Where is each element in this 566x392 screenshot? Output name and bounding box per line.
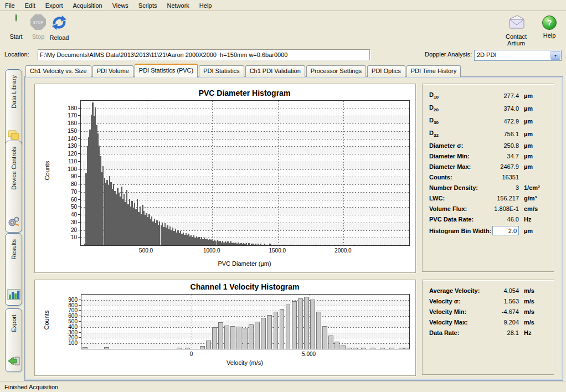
stat-row-d32: D32756.1µm xyxy=(429,127,548,140)
y-tick-label: 180 xyxy=(58,105,77,111)
gridline xyxy=(81,123,409,124)
menu-item-edit[interactable]: Edit xyxy=(20,1,40,10)
gridline xyxy=(81,169,409,170)
export-arrow-icon xyxy=(7,355,20,367)
x-tick-label: 1000.0 xyxy=(203,247,220,254)
stat-value: -4.674 xyxy=(485,308,519,315)
stat-row-average-velocity: Average Velocity:4.054m/s xyxy=(429,285,548,296)
stat-row-volume-flux: Volume Flux:1.808E-1cm/s xyxy=(429,203,548,214)
contact-artium-button[interactable]: Contact Artium xyxy=(496,14,536,47)
stat-value: 250.8 xyxy=(485,142,519,149)
y-tick-label: 10 xyxy=(58,234,77,240)
folders-icon xyxy=(7,130,20,142)
tab-pdi-volume[interactable]: PDI Volume xyxy=(92,65,133,77)
stat-label: Average Velocity: xyxy=(429,287,485,294)
menu-item-network[interactable]: Network xyxy=(162,1,194,10)
gridline xyxy=(81,311,409,311)
sidebar-item-data-library[interactable]: Data Library xyxy=(5,69,22,147)
gridline xyxy=(81,192,409,193)
tab-pdi-statistics-pvc[interactable]: PDI Statistics (PVC) xyxy=(135,64,198,78)
stat-label: PVC Data Rate: xyxy=(429,216,485,223)
stat-label: Diameter Min: xyxy=(429,153,485,159)
chevron-down-icon[interactable]: ▼ xyxy=(550,51,560,60)
menu-item-help[interactable]: Help xyxy=(194,1,217,10)
stat-value: 756.1 xyxy=(485,131,519,137)
menu-item-scripts[interactable]: Scripts xyxy=(133,1,162,10)
pvc-chart-title: PVC Diameter Histogram xyxy=(80,89,409,97)
location-input[interactable] xyxy=(38,49,370,60)
help-button[interactable]: ? Help xyxy=(538,14,560,39)
gridline xyxy=(81,162,409,162)
velocity-stats-panel: Average Velocity:4.054m/sVelocity σ:1.56… xyxy=(422,280,554,375)
stat-label: Diameter σ: xyxy=(429,142,485,149)
pvc-histogram-plot xyxy=(80,100,410,246)
y-tick-label: 800 xyxy=(59,302,78,308)
location-row: Location: Doppler Analysis: 2D PDI ▼ xyxy=(0,49,566,62)
help-icon: ? xyxy=(542,16,557,30)
stat-unit: µm xyxy=(519,153,548,159)
stat-label: Volume Flux: xyxy=(429,205,485,212)
tab-processor-settings[interactable]: Processor Settings xyxy=(306,65,366,77)
stat-label: Number Density: xyxy=(429,184,485,191)
sidebar-item-label: Export xyxy=(11,314,17,332)
gridline xyxy=(81,109,409,109)
pvc-histogram-panel: PVC Diameter Histogram Counts PVC Diamet… xyxy=(34,84,416,273)
doppler-analysis-select[interactable]: 2D PDI ▼ xyxy=(474,50,562,61)
y-tick-label: 80 xyxy=(58,181,77,187)
stat-unit: g/m³ xyxy=(519,195,548,202)
gridline xyxy=(278,101,279,245)
tab-strip: Ch1 Velocity vs. SizePDI VolumePDI Stati… xyxy=(25,65,462,77)
stat-value: 156.217 xyxy=(485,195,519,202)
tab-pdi-optics[interactable]: PDI Optics xyxy=(367,65,405,77)
x-tick-label: 2000.0 xyxy=(335,247,352,254)
x-tick-label: 0 xyxy=(190,351,193,357)
tab-ch1-pdi-validation[interactable]: Ch1 PDI Validation xyxy=(245,65,305,77)
stat-unit: µm xyxy=(519,142,548,149)
gridline xyxy=(81,154,409,154)
stat-row-d30: D30472.9µm xyxy=(429,115,548,127)
help-label: Help xyxy=(538,32,560,39)
gridline xyxy=(81,177,409,177)
stat-unit: Hz xyxy=(519,329,548,336)
histogram-bin-width-label: Histogram Bin Width: xyxy=(429,228,492,234)
stat-label: Data Rate: xyxy=(429,329,485,336)
y-tick-label: 60 xyxy=(58,197,77,203)
reload-button[interactable]: Reload xyxy=(47,14,72,41)
tab-pdi-statistics[interactable]: PDI Statistics xyxy=(199,65,244,77)
gridline xyxy=(81,316,409,317)
envelope-icon xyxy=(508,14,524,31)
stat-unit: 1/cm³ xyxy=(519,184,548,191)
menu-item-views[interactable]: Views xyxy=(107,1,133,10)
app-window: FileEditExportAcquisitionViewsScriptsNet… xyxy=(0,0,566,392)
menu-item-file[interactable]: File xyxy=(0,1,20,10)
histogram-bin-width-input[interactable] xyxy=(492,226,519,235)
gridline xyxy=(192,295,192,349)
sidebar-item-results[interactable]: Results xyxy=(5,233,22,306)
stat-row-velocity-min: Velocity Min:-4.674m/s xyxy=(429,306,548,317)
stat-unit: m/s xyxy=(519,287,548,294)
tab-ch1-velocity-vs-size[interactable]: Ch1 Velocity vs. Size xyxy=(25,65,91,77)
menu-item-acquisition[interactable]: Acquisition xyxy=(68,1,107,10)
reload-icon xyxy=(51,14,68,31)
y-tick-label: 70 xyxy=(58,189,77,195)
stat-unit: Hz xyxy=(519,216,548,223)
y-tick-label: 300 xyxy=(59,329,78,336)
stat-label: D10 xyxy=(429,91,485,100)
stat-row-diameter-min: Diameter Min:34.7µm xyxy=(429,151,548,161)
stat-label: Velocity Min: xyxy=(429,308,485,315)
gridline xyxy=(343,101,344,245)
y-tick-label: 30 xyxy=(58,219,77,225)
velocity-histogram-plot xyxy=(81,294,410,349)
pvc-x-axis-label: PVC Diameter (µm) xyxy=(80,260,409,267)
stat-row-velocity: Velocity σ:1.563m/s xyxy=(429,296,548,306)
tab-pdi-time-history[interactable]: PDI Time History xyxy=(407,65,461,77)
stat-label: Velocity σ: xyxy=(429,298,485,305)
y-tick-label: 700 xyxy=(59,307,78,313)
stop-icon: STOP xyxy=(30,14,47,31)
menu-item-export[interactable]: Export xyxy=(40,1,68,10)
sidebar-item-device-controls[interactable]: Device Controls xyxy=(5,141,22,233)
stat-value: 46.0 xyxy=(485,216,519,223)
stat-row-diameter: Diameter σ:250.8µm xyxy=(429,140,548,151)
location-label: Location: xyxy=(4,51,29,58)
sidebar-item-export[interactable]: Export xyxy=(5,308,22,372)
